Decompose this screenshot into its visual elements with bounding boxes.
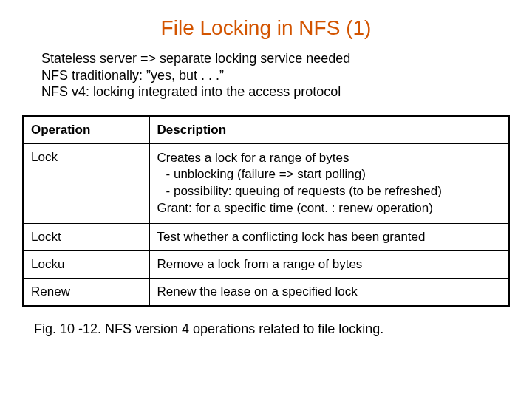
cell-op-renew: Renew (23, 279, 149, 307)
cell-op-lock: Lock (23, 143, 149, 224)
table-row: Renew Renew the lease on a specified loc… (23, 279, 509, 307)
operations-table: Operation Description Lock Creates a loc… (22, 115, 510, 307)
intro-line-3: NFS v4: locking integrated into the acce… (41, 83, 510, 100)
intro-text: Stateless server => separate locking ser… (41, 50, 510, 100)
cell-desc-renew: Renew the lease on a specified lock (149, 279, 509, 307)
cell-op-locku: Locku (23, 251, 149, 279)
cell-op-lockt: Lockt (23, 224, 149, 251)
table-row: Lockt Test whether a conflicting lock ha… (23, 224, 509, 251)
cell-desc-lock: Creates a lock for a range of bytes - un… (149, 143, 509, 224)
table-row: Locku Remove a lock from a range of byte… (23, 251, 509, 279)
cell-desc-locku: Remove a lock from a range of bytes (149, 251, 509, 279)
figure-caption: Fig. 10 -12. NFS version 4 operations re… (34, 321, 510, 337)
table-row: Lock Creates a lock for a range of bytes… (23, 143, 509, 224)
table-header-row: Operation Description (23, 116, 509, 144)
lock-desc-line-4: Grant: for a specific time (cont. : rene… (157, 200, 501, 217)
lock-desc-line-1: Creates a lock for a range of bytes (157, 150, 501, 167)
header-operation: Operation (23, 116, 149, 144)
lock-desc-line-2: - unblocking (failure => start polling) (157, 166, 501, 183)
slide: File Locking in NFS (1) Stateless server… (0, 0, 532, 399)
cell-desc-lockt: Test whether a conflicting lock has been… (149, 224, 509, 251)
lock-desc-line-3: - possibility: queuing of requests (to b… (157, 183, 501, 200)
intro-line-1: Stateless server => separate locking ser… (41, 50, 510, 67)
intro-line-2: NFS traditionally: ”yes, but . . .” (41, 67, 510, 84)
header-description: Description (149, 116, 509, 144)
slide-title: File Locking in NFS (1) (22, 16, 510, 40)
